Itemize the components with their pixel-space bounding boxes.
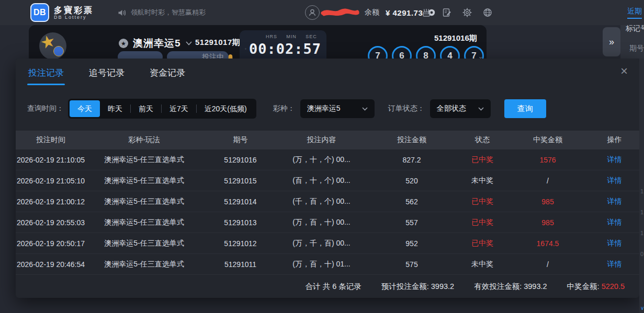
logo-title: 多寶彩票 [54, 6, 94, 15]
query-button[interactable]: 查询 [504, 99, 546, 118]
cell-prize: 985 [506, 198, 590, 206]
time-option-today[interactable]: 今天 [70, 100, 100, 117]
cell-content: (万，百，十) 01... [278, 260, 365, 269]
col-action: 操作 [590, 135, 639, 145]
cell-issue: 51291012 [202, 239, 278, 248]
chevron-down-icon[interactable] [186, 41, 192, 45]
summary-bar: 合计 共 6 条记录 预计投注金额: 3993.2 有效投注金额: 3993.2… [16, 275, 639, 298]
tab-chase-records[interactable]: 追号记录 [89, 67, 125, 85]
status-filter-label: 订单状态： [388, 104, 425, 113]
cell-amount: 520 [365, 177, 459, 185]
cell-status: 已中奖 [459, 239, 506, 248]
redacted-username [321, 6, 359, 19]
col-issue: 期号 [202, 135, 278, 145]
settings-gear-icon[interactable] [462, 7, 472, 18]
cell-time: 2026-02-19 20:55:03 [16, 218, 86, 227]
announcement-text: 领航时时彩，智慧赢精彩 [131, 8, 206, 17]
cell-issue: 51291016 [202, 156, 278, 164]
modal-tabs: 投注记录 追号记录 资金记录 [16, 59, 639, 85]
topbar: DB 多寶彩票 DB Lottery 领航时时彩，智慧赢精彩 余额 ¥ 4291… [0, 0, 644, 25]
col-amount: 投注金额 [365, 135, 459, 145]
cell-game: 澳洲幸运5-任三直选单式 [86, 155, 202, 165]
cell-time: 2026-02-19 21:05:10 [16, 177, 86, 185]
game-title: 澳洲幸运5 [133, 37, 181, 50]
game-logo: ★ [39, 32, 66, 60]
tab-bet-records[interactable]: 投注记录 [28, 67, 64, 85]
table-row: 2026-02-19 21:05:10 澳洲幸运5-任三直选单式 5129101… [16, 170, 639, 191]
col-status: 状态 [459, 135, 506, 145]
detail-link[interactable]: 详情 [590, 218, 639, 227]
cell-time: 2026-02-19 21:00:12 [16, 198, 86, 206]
summary-expected: 预计投注金额: 3993.2 [381, 282, 454, 292]
chevron-down-icon [478, 107, 484, 111]
table-row: 2026-02-19 20:50:17 澳洲幸运5-任三直选单式 5129101… [16, 233, 639, 254]
cell-prize: / [506, 260, 590, 269]
medal-icon: ★ [119, 39, 128, 48]
cell-prize: 1674.5 [506, 239, 590, 248]
table-row: 2026-02-19 21:00:12 澳洲幸运5-任三直选单式 5129101… [16, 191, 639, 212]
tab-fund-records[interactable]: 资金记录 [150, 67, 185, 85]
cell-time: 2026-02-19 20:46:54 [16, 260, 86, 269]
col-bet-time: 投注时间 [16, 135, 86, 145]
cell-game: 澳洲幸运5-任三直选单式 [86, 218, 202, 227]
last-issue: 51291016期 [434, 33, 477, 43]
cell-amount: 575 [365, 260, 459, 269]
time-option-yesterday[interactable]: 昨天 [100, 100, 130, 117]
side-mark-label[interactable]: 标记号 [626, 24, 644, 33]
logo-mark: DB [30, 3, 49, 22]
alarm-clock-icon [245, 45, 246, 53]
time-option-7days[interactable]: 近7天 [162, 100, 196, 117]
countdown-value: 00:02:57 [249, 41, 321, 57]
sec-label: SEC [301, 34, 321, 39]
cell-time: 2026-02-19 20:50:17 [16, 239, 86, 248]
globe-icon[interactable] [482, 7, 493, 18]
cell-amount: 952 [365, 239, 459, 248]
cell-issue: 51291014 [202, 198, 278, 206]
detail-link[interactable]: 详情 [590, 260, 639, 269]
cell-status: 未中奖 [459, 176, 506, 186]
summary-win: 中奖金额: 5220.5 [567, 282, 625, 292]
filter-bar: 查询时间： 今天 昨天 前天 近7天 近20天(低频) 彩种： 澳洲幸运5 订单… [27, 98, 628, 119]
cell-prize: 1576 [506, 156, 590, 164]
cell-amount: 562 [365, 198, 459, 206]
cell-status: 已中奖 [459, 197, 506, 206]
collapse-panel-button[interactable]: » [603, 27, 620, 56]
sliver-digit: 1 [640, 188, 643, 194]
edit-note-icon[interactable] [442, 7, 452, 18]
table-row: 2026-02-19 20:46:54 澳洲幸运5-任三直选单式 5129101… [16, 254, 639, 275]
order-status-select[interactable]: 全部状态 [430, 99, 491, 118]
cell-game: 澳洲幸运5-任三直选单式 [86, 197, 202, 206]
app-screen: 标记号 期号 » ★ ★ 澳洲幸运5 51291017期 投注中 HRS MIN… [0, 0, 644, 313]
pen-cup-icon[interactable] [421, 7, 432, 18]
detail-link[interactable]: 详情 [590, 239, 639, 248]
col-prize: 中奖金额 [506, 135, 590, 145]
lottery-select[interactable]: 澳洲幸运5 [300, 99, 375, 118]
user-avatar[interactable] [305, 5, 320, 20]
balance-value: ¥ 4291.73 [386, 8, 423, 17]
logo-subtitle: DB Lottery [54, 15, 94, 20]
time-option-daybefore[interactable]: 前天 [131, 100, 161, 117]
col-game-play: 彩种-玩法 [86, 135, 202, 145]
brand-logo[interactable]: DB 多寶彩票 DB Lottery [30, 3, 94, 22]
cell-amount: 557 [365, 218, 459, 227]
detail-link[interactable]: 详情 [590, 197, 639, 206]
current-issue: 51291017期 [195, 38, 240, 48]
lottery-filter-label: 彩种： [273, 104, 295, 113]
cell-game: 澳洲幸运5-任三直选单式 [86, 260, 202, 269]
chevron-down-icon [362, 107, 368, 111]
detail-link[interactable]: 详情 [590, 155, 639, 165]
col-content: 投注内容 [278, 135, 365, 145]
cell-game: 澳洲幸运5-任三直选单式 [86, 239, 202, 248]
close-icon[interactable]: × [620, 65, 628, 77]
recent-tab-link[interactable]: 近期 [627, 7, 642, 19]
cell-content: (千，百，个) 00... [278, 197, 365, 206]
table-row: 2026-02-19 20:55:03 澳洲幸运5-任三直选单式 5129101… [16, 212, 639, 233]
detail-link[interactable]: 详情 [590, 176, 639, 186]
cell-prize: / [506, 177, 590, 185]
min-label: MIN [281, 34, 301, 39]
summary-win-value: 5220.5 [602, 282, 625, 291]
cell-time: 2026-02-19 21:10:05 [16, 156, 86, 164]
cell-status: 已中奖 [459, 155, 506, 165]
cell-content: (百，十，个) 00... [278, 176, 365, 186]
time-option-20days[interactable]: 近20天(低频) [197, 100, 255, 117]
